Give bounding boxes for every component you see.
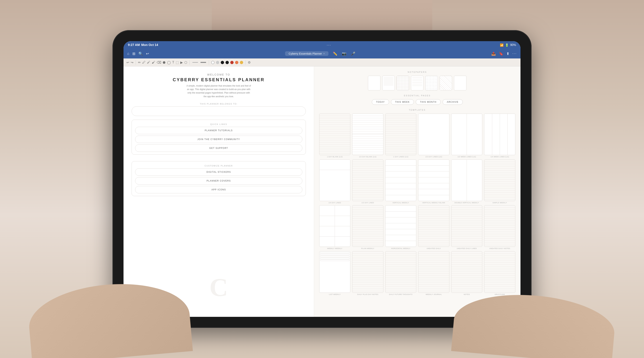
template-9[interactable]: VERTICAL WEEKLY (385, 160, 416, 204)
media-icon[interactable]: ▶ (180, 60, 183, 64)
template-17[interactable]: UNDATED DAILY LINED (451, 205, 482, 250)
settings-icon[interactable]: ⚙ (248, 60, 251, 64)
shapes-icon[interactable]: ◯ (167, 60, 171, 64)
template-11-box[interactable] (451, 160, 482, 201)
color-red[interactable] (230, 61, 234, 64)
ballpen-icon[interactable]: 🖊 (142, 60, 146, 64)
marker-icon[interactable]: 🖌 (152, 60, 155, 64)
template-6[interactable]: 1/4 WEEK LINED (LG) (484, 114, 515, 158)
pen-icon[interactable]: ✏️ (333, 52, 338, 56)
btn-tutorials[interactable]: PLANNER TUTORIALS (135, 127, 302, 134)
btn-icons[interactable]: APP ICONS (135, 186, 302, 193)
template-18[interactable]: UNDATED DAILY NOTES (484, 205, 515, 250)
template-21[interactable]: DAILY FUTURE THOUGHTS (385, 251, 416, 296)
redo-icon[interactable]: ↪ (131, 60, 134, 64)
template-1-box[interactable] (319, 114, 350, 155)
notepaper-dots[interactable] (425, 76, 438, 90)
template-5[interactable]: 1/2 WEEK LINED (LG) (451, 114, 482, 158)
template-11[interactable]: DOUBLE VERTICAL WEEKLY (451, 160, 482, 204)
btn-covers[interactable]: PLANNER COVERS (135, 177, 302, 184)
template-21-box[interactable] (385, 251, 416, 293)
camera-icon[interactable]: 📷 (342, 52, 346, 56)
export-icon[interactable]: ⬆ (506, 52, 510, 56)
template-23-box[interactable] (451, 251, 482, 293)
template-12[interactable]: SIMPLE WEEKLY (484, 160, 515, 204)
bookmark-icon[interactable]: 🔖 (499, 52, 504, 56)
notepaper-pattern[interactable] (440, 76, 452, 90)
home-icon[interactable]: ⌂ (127, 52, 130, 56)
btn-this-week[interactable]: THIS WEEK (391, 99, 414, 105)
template-12-box[interactable] (484, 160, 515, 201)
image-icon[interactable]: ⬚ (176, 60, 179, 64)
template-13[interactable]: WEEKLY WEEKLY (319, 205, 350, 250)
template-13-box[interactable] (319, 205, 350, 247)
btn-this-month[interactable]: This Month (416, 99, 441, 105)
template-4[interactable]: 1/2 DAY LINED (LG) (418, 114, 449, 158)
undo-icon[interactable]: ↩ (126, 60, 129, 64)
belongs-box[interactable] (132, 106, 306, 116)
template-7-box[interactable] (319, 160, 350, 201)
template-17-box[interactable] (451, 205, 482, 247)
notepaper-wide[interactable] (411, 76, 424, 90)
template-2-box[interactable] (352, 114, 384, 155)
text-icon[interactable]: T (172, 60, 174, 64)
template-15[interactable]: HORIZONTAL WEEKLY (385, 205, 416, 250)
search-icon[interactable]: 🔍 (138, 52, 143, 56)
notepaper-grid[interactable] (396, 76, 409, 90)
template-3-box[interactable] (385, 114, 416, 155)
btn-archive[interactable]: ARCHIVE (442, 99, 463, 105)
template-1[interactable]: 1 DAY BLANK (LG) (319, 114, 350, 158)
template-10[interactable]: VERTICAL WEEKLY BLANK (418, 160, 449, 204)
tab-1[interactable]: Cyberry Essentials Planner × (285, 51, 328, 56)
template-16-box[interactable] (418, 205, 449, 247)
fountain-icon[interactable]: 🖋 (147, 60, 150, 64)
notepaper-lines[interactable] (382, 76, 395, 90)
template-23[interactable]: NOTES (451, 251, 482, 296)
color-yellow[interactable] (240, 61, 243, 64)
lasso-icon[interactable]: ⬟ (163, 60, 166, 64)
notepaper-empty[interactable] (454, 76, 466, 90)
color-gray[interactable] (216, 61, 219, 64)
template-14[interactable]: PLAIN WEEKLY (352, 205, 384, 250)
eraser-icon[interactable]: ⌫ (156, 60, 161, 64)
template-15-box[interactable] (385, 205, 416, 247)
color-black2[interactable] (226, 61, 229, 64)
template-19[interactable]: LIST WEEKLY (319, 251, 350, 296)
template-20-box[interactable] (352, 251, 384, 293)
color-orange[interactable] (235, 61, 238, 64)
btn-community[interactable]: JOIN THE CYBERRY COMMUNITY (135, 136, 302, 143)
template-24[interactable]: GRATITUDE (484, 251, 515, 296)
template-5-box[interactable] (451, 114, 482, 155)
tab-1-close[interactable]: × (323, 52, 324, 55)
template-16[interactable]: UNDATED DAILY (418, 205, 449, 250)
pencil-icon[interactable]: ✏ (138, 60, 141, 64)
template-7[interactable]: 1/4 DAY LINED (319, 160, 350, 204)
template-20[interactable]: DAILY PLUS DAY NOTES (352, 251, 384, 296)
share-icon[interactable]: 📤 (491, 52, 496, 56)
template-3[interactable]: 1 DAY LINED (LG) (385, 114, 416, 158)
template-4-box[interactable] (418, 114, 449, 155)
notepaper-blank[interactable] (368, 76, 380, 90)
template-19-box[interactable] (319, 251, 350, 293)
color-white[interactable] (211, 61, 214, 64)
template-9-box[interactable] (385, 160, 416, 201)
sticker-icon[interactable]: ⬡ (184, 60, 187, 64)
btn-today[interactable]: TODAY (372, 99, 389, 105)
template-14-box[interactable] (352, 205, 384, 247)
back-icon[interactable]: ↩ (146, 52, 149, 56)
template-24-box[interactable] (484, 251, 515, 293)
mic-icon[interactable]: 🎤 (351, 52, 356, 56)
template-10-box[interactable] (418, 160, 449, 201)
template-18-box[interactable] (484, 205, 515, 247)
template-2[interactable]: 1/2 DAY BLANK (LG) (352, 114, 384, 158)
btn-support[interactable]: GET SUPPORT (135, 144, 302, 152)
grid-icon[interactable]: ⊞ (132, 52, 136, 56)
color-black[interactable] (221, 61, 224, 64)
btn-stickers[interactable]: DIGITAL STICKERS (135, 168, 302, 176)
template-22[interactable]: WEEKLY JOURNAL (418, 251, 449, 296)
template-8-box[interactable] (352, 160, 384, 201)
template-6-box[interactable] (484, 114, 515, 155)
template-8[interactable]: 1/2 DAY LINED (352, 160, 384, 204)
more-icon[interactable]: ··· (512, 52, 517, 56)
template-22-box[interactable] (418, 251, 449, 293)
